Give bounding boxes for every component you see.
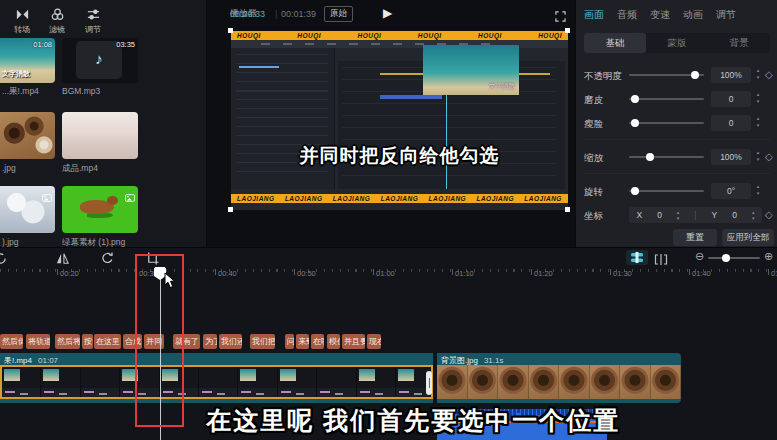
keyframe-icon[interactable]: ◇ bbox=[765, 209, 773, 220]
caption-overlay: 在这里呢 我们首先要选中一个位置 bbox=[206, 404, 620, 437]
slider-thumb[interactable] bbox=[691, 71, 699, 79]
adjust-icon bbox=[78, 7, 108, 22]
value-stepper[interactable]: ▴▾ bbox=[754, 149, 762, 165]
clip-duration: 31.1s bbox=[484, 356, 504, 365]
x-stepper[interactable]: ▴▾ bbox=[677, 209, 680, 221]
filmstrip-frame bbox=[199, 367, 238, 397]
clip-trim-handle[interactable] bbox=[426, 371, 432, 395]
tab-picture[interactable]: 画面 bbox=[584, 8, 604, 22]
timeline-zoom-slider[interactable] bbox=[708, 257, 760, 259]
play-button[interactable]: ▶ bbox=[383, 6, 392, 20]
ruler-label: 01:50 bbox=[771, 269, 777, 278]
slider-thumb[interactable] bbox=[631, 119, 639, 127]
ruler-label: 01:30 bbox=[613, 269, 632, 278]
keyframe-icon[interactable]: ◇ bbox=[765, 69, 773, 80]
zoom-slider-thumb[interactable] bbox=[722, 254, 730, 262]
filmstrip-frame bbox=[498, 365, 529, 399]
ruler-tick bbox=[768, 269, 769, 275]
media-item-name: ...果!.mp4 bbox=[2, 86, 56, 98]
text-clip[interactable]: 我们还 bbox=[219, 334, 242, 349]
selection-handle[interactable] bbox=[228, 207, 233, 212]
media-item-video-thumbnail[interactable] bbox=[62, 112, 138, 159]
coordinate-inputs[interactable]: X 0 ▴▾ | Y 0 ▴▾ bbox=[629, 207, 762, 223]
tab-audio[interactable]: 音频 bbox=[617, 8, 637, 22]
fullscreen-icon[interactable] bbox=[555, 8, 566, 26]
property-slider[interactable] bbox=[629, 190, 704, 192]
property-row-5: 旋转0°▴▾ bbox=[584, 184, 770, 198]
text-clip[interactable]: 模仿 bbox=[327, 334, 340, 349]
property-slider[interactable] bbox=[629, 98, 704, 100]
text-clip[interactable]: 并且要 bbox=[342, 334, 365, 349]
text-clip[interactable]: 在这里 bbox=[94, 334, 121, 349]
text-clip[interactable]: 然后将 bbox=[55, 334, 80, 349]
text-clip[interactable]: 来到 bbox=[296, 334, 309, 349]
text-clip[interactable]: 我们把 bbox=[250, 334, 275, 349]
subtab-basic[interactable]: 基础 bbox=[584, 33, 646, 53]
ruler-tick bbox=[452, 269, 453, 275]
selection-handle[interactable] bbox=[565, 28, 570, 33]
property-value[interactable]: 100% bbox=[711, 149, 751, 165]
video-track: 果!.mp401:07 背景图.jpg31.1s bbox=[0, 353, 777, 403]
value-stepper[interactable]: ▴▾ bbox=[754, 183, 762, 199]
current-time: 00:00:33 bbox=[230, 9, 265, 19]
media-item-video-thumbnail[interactable]: 01:08 文字消散 bbox=[0, 38, 55, 83]
watermark-text: HOUQI bbox=[418, 32, 442, 39]
zoom-in-icon[interactable]: ⊕ bbox=[764, 250, 773, 263]
x-value[interactable]: 0 bbox=[657, 210, 662, 220]
y-value[interactable]: 0 bbox=[732, 210, 737, 220]
property-slider[interactable] bbox=[629, 156, 704, 158]
property-slider[interactable] bbox=[629, 74, 704, 76]
timeline-ruler[interactable]: 00:2000:3000:4000:5001:0001:1001:2001:30… bbox=[0, 266, 777, 282]
video-preview[interactable]: HOUQIHOUQIHOUQIHOUQIHOUQIHOUQI 文字消散 并同时把… bbox=[231, 31, 568, 210]
text-clip[interactable]: 将轨道 bbox=[26, 334, 50, 349]
media-panel: 转场 滤镜 调节 01:08 文字消散 ...果!.mp4 ♪ 03:35 BG… bbox=[0, 0, 207, 247]
property-value[interactable]: 100% bbox=[711, 67, 751, 83]
subtab-mask[interactable]: 蒙版 bbox=[646, 33, 708, 53]
original-quality-button[interactable]: 原始 bbox=[324, 6, 353, 22]
selection-handle[interactable] bbox=[228, 28, 233, 33]
property-value[interactable]: 0° bbox=[711, 183, 751, 199]
watermark-text: LAOJIANG bbox=[285, 195, 323, 202]
media-item-image-thumbnail[interactable] bbox=[0, 186, 55, 233]
zoom-out-icon[interactable]: ⊖ bbox=[695, 250, 704, 263]
value-stepper[interactable]: ▴▾ bbox=[754, 67, 762, 83]
text-clip[interactable]: 为了 bbox=[203, 334, 217, 349]
apply-to-all-button[interactable]: 应用到全部 bbox=[722, 229, 774, 246]
value-stepper[interactable]: ▴▾ bbox=[754, 115, 762, 131]
filmstrip-frame bbox=[278, 367, 317, 397]
watermark-text: HOUQI bbox=[478, 32, 502, 39]
property-value[interactable]: 0 bbox=[711, 91, 751, 107]
slider-thumb[interactable] bbox=[631, 95, 639, 103]
adjust-tool[interactable]: 调节 bbox=[78, 7, 108, 35]
y-stepper[interactable]: ▴▾ bbox=[752, 209, 755, 221]
media-item-audio-thumbnail[interactable]: ♪ 03:35 bbox=[62, 38, 138, 83]
text-clip[interactable]: 在哪 bbox=[311, 334, 324, 349]
text-clip[interactable]: 然后倒 bbox=[0, 334, 23, 349]
tab-animation[interactable]: 动画 bbox=[683, 8, 703, 22]
slider-thumb[interactable] bbox=[631, 187, 639, 195]
text-clip[interactable]: 现在 bbox=[367, 334, 381, 349]
x-label: X bbox=[636, 210, 642, 220]
text-clip[interactable]: 问 bbox=[285, 334, 294, 349]
keyframe-icon[interactable]: ◇ bbox=[765, 151, 773, 162]
transition-tool[interactable]: 转场 bbox=[7, 7, 37, 35]
value-stepper[interactable]: ▴▾ bbox=[754, 91, 762, 107]
snap-toggle-icon[interactable] bbox=[626, 250, 648, 265]
text-clip[interactable]: 按 bbox=[82, 334, 93, 349]
media-item-greenscreen-thumbnail[interactable] bbox=[62, 186, 138, 233]
duration-badge: 01:08 bbox=[33, 40, 52, 49]
filter-tool[interactable]: 滤镜 bbox=[42, 7, 72, 35]
image-type-icon bbox=[42, 188, 52, 206]
subtab-background[interactable]: 背景 bbox=[708, 33, 770, 53]
property-value[interactable]: 0 bbox=[711, 115, 751, 131]
filmstrip-frame bbox=[651, 365, 682, 399]
adjust-label: 调节 bbox=[78, 24, 108, 35]
tab-adjust[interactable]: 调节 bbox=[716, 8, 736, 22]
reset-button[interactable]: 重置 bbox=[673, 229, 717, 246]
media-item-image-thumbnail[interactable] bbox=[0, 112, 55, 159]
slider-thumb[interactable] bbox=[646, 153, 654, 161]
selection-handle[interactable] bbox=[565, 207, 570, 212]
property-slider[interactable] bbox=[629, 122, 704, 124]
video-editor-window: 转场 滤镜 调节 01:08 文字消散 ...果!.mp4 ♪ 03:35 BG… bbox=[0, 0, 777, 440]
tab-speed[interactable]: 变速 bbox=[650, 8, 670, 22]
